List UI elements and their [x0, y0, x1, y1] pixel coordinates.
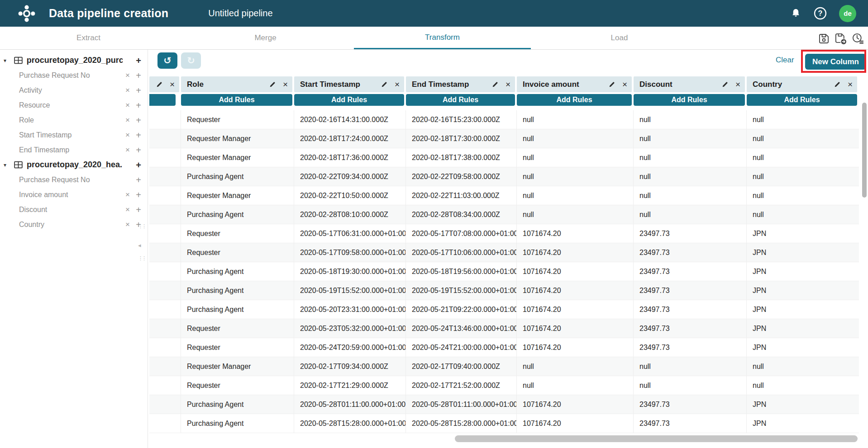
- remove-column-icon[interactable]: ×: [122, 220, 133, 229]
- add-column-icon[interactable]: +: [133, 146, 144, 155]
- remove-column-icon[interactable]: ×: [122, 86, 133, 95]
- save-as-icon[interactable]: [834, 32, 847, 45]
- cell: 2020-02-17T21:52:00.000Z: [406, 376, 517, 395]
- notifications-bell-icon[interactable]: [790, 8, 801, 19]
- table-row: Requester2020-02-16T14:31:00.000Z2020-02…: [149, 110, 859, 129]
- cell: 2020-05-23T05:32:00.000+01:00: [294, 319, 406, 338]
- remove-column-icon[interactable]: ×: [122, 101, 133, 110]
- add-rules-button[interactable]: Add Rules: [517, 94, 632, 106]
- topbar-actions: ? de: [790, 5, 856, 22]
- cell: 23497.73: [634, 300, 747, 319]
- add-column-icon[interactable]: +: [133, 131, 144, 140]
- tab-label: Extract: [76, 33, 100, 42]
- remove-column-icon[interactable]: ×: [283, 80, 288, 89]
- undo-button[interactable]: ↺: [157, 52, 177, 69]
- add-rules-button[interactable]: Add Rules: [747, 94, 857, 106]
- column-header: End Timestamp×: [406, 76, 515, 92]
- tree-column-row[interactable]: Activity×+: [0, 83, 148, 98]
- edit-column-icon[interactable]: [834, 81, 841, 88]
- add-column-icon[interactable]: +: [133, 205, 144, 214]
- remove-column-icon[interactable]: ×: [622, 80, 627, 89]
- cell: [149, 243, 181, 262]
- cell: 2020-05-24T21:00:00.000+01:00: [406, 338, 517, 357]
- tab-transform[interactable]: Transform: [354, 27, 531, 49]
- table-row: Purchasing Agent2020-05-28T15:28:00.000+…: [149, 414, 859, 433]
- cell: 2020-05-21T09:22:00.000+01:00: [406, 300, 517, 319]
- remove-column-icon[interactable]: ×: [122, 116, 133, 125]
- edit-column-icon[interactable]: [381, 81, 388, 88]
- remove-column-icon[interactable]: ×: [506, 80, 510, 89]
- tab-merge[interactable]: Merge: [177, 27, 354, 49]
- sidebar-drag-handle[interactable]: ⋮⋮: [138, 256, 145, 261]
- edit-column-icon[interactable]: [269, 81, 276, 88]
- cell: 1071674.20: [517, 300, 634, 319]
- add-table-column-icon[interactable]: +: [133, 160, 144, 170]
- tree-column-row[interactable]: Resource×+: [0, 98, 148, 113]
- tree-column-row[interactable]: Purchase Request No+: [0, 172, 148, 187]
- app-logo-icon: [18, 5, 35, 22]
- tree-table-row[interactable]: ▾procuretopay_2020_hea.+: [0, 157, 148, 172]
- history-icon[interactable]: [851, 32, 864, 45]
- tree-column-row[interactable]: Role×+: [0, 113, 148, 127]
- caret-down-icon[interactable]: ▾: [4, 57, 14, 64]
- add-rules-button[interactable]: Add Rules: [181, 94, 292, 106]
- caret-down-icon[interactable]: ▾: [4, 162, 14, 168]
- remove-column-icon[interactable]: ×: [848, 80, 853, 89]
- remove-column-icon[interactable]: ×: [122, 146, 133, 155]
- add-column-icon[interactable]: +: [133, 86, 144, 95]
- horizontal-scrollbar[interactable]: [455, 435, 858, 442]
- sidebar-drag-handle[interactable]: ⋮⋮: [138, 224, 145, 229]
- svg-text:?: ?: [818, 9, 823, 17]
- tab-load[interactable]: Load: [531, 27, 708, 49]
- tree-column-row[interactable]: Invoice amount×+: [0, 187, 148, 202]
- help-icon[interactable]: ?: [813, 6, 827, 20]
- add-rules-button[interactable]: Add Rules: [149, 94, 176, 106]
- remove-column-icon[interactable]: ×: [735, 80, 740, 89]
- tree-column-row[interactable]: Start Timestamp×+: [0, 127, 148, 142]
- edit-column-icon[interactable]: [722, 81, 729, 88]
- add-rules-button[interactable]: Add Rules: [634, 94, 745, 106]
- remove-column-icon[interactable]: ×: [170, 80, 175, 89]
- redo-button[interactable]: ↻: [181, 52, 201, 69]
- add-rules-button[interactable]: Add Rules: [406, 94, 515, 106]
- tree-column-row[interactable]: Purchase Request No×+: [0, 68, 148, 83]
- edit-column-icon[interactable]: [492, 81, 499, 88]
- cell: JPN: [747, 281, 859, 300]
- edit-column-icon[interactable]: [609, 81, 615, 88]
- remove-column-icon[interactable]: ×: [122, 71, 133, 80]
- cell: 1071674.20: [517, 395, 634, 414]
- tree-column-row[interactable]: Discount×+: [0, 202, 148, 217]
- sidebar-collapse-icon[interactable]: ◂: [138, 242, 141, 248]
- cell: Requester: [181, 338, 294, 357]
- tab-extract[interactable]: Extract: [0, 27, 177, 49]
- add-column-icon[interactable]: +: [133, 101, 144, 110]
- user-avatar[interactable]: de: [839, 5, 856, 22]
- new-column-button[interactable]: New Column: [805, 54, 866, 70]
- clear-button[interactable]: Clear: [776, 56, 794, 65]
- vertical-scrollbar[interactable]: [862, 103, 867, 198]
- edit-column-icon[interactable]: [156, 81, 163, 88]
- cell: null: [634, 186, 747, 205]
- add-table-column-icon[interactable]: +: [133, 56, 144, 65]
- remove-column-icon[interactable]: ×: [122, 131, 133, 140]
- add-column-icon[interactable]: +: [133, 116, 144, 125]
- cell: 2020-05-28T01:11:00.000+01:00: [406, 395, 517, 414]
- save-icon[interactable]: [818, 33, 830, 45]
- remove-column-icon[interactable]: ×: [122, 190, 133, 199]
- tree-column-row[interactable]: Country×+: [0, 217, 148, 232]
- remove-column-icon[interactable]: ×: [395, 80, 400, 89]
- tree-table-row[interactable]: ▾procuretopay_2020_purc+: [0, 53, 148, 68]
- add-column-icon[interactable]: +: [133, 175, 144, 184]
- add-column-icon[interactable]: +: [133, 190, 144, 199]
- cell: Purchasing Agent: [181, 281, 294, 300]
- pipeline-name[interactable]: Untitled pipeline: [208, 8, 272, 19]
- cell: [149, 262, 181, 281]
- column-name: Country: [19, 221, 122, 229]
- add-rules-button[interactable]: Add Rules: [294, 94, 404, 106]
- table-body: Requester2020-02-16T14:31:00.000Z2020-02…: [149, 110, 859, 433]
- add-column-icon[interactable]: +: [133, 71, 144, 80]
- cell: Purchasing Agent: [181, 262, 294, 281]
- tree-column-row[interactable]: End Timestamp×+: [0, 142, 148, 157]
- remove-column-icon[interactable]: ×: [122, 205, 133, 214]
- column-header-label: End Timestamp: [412, 80, 492, 89]
